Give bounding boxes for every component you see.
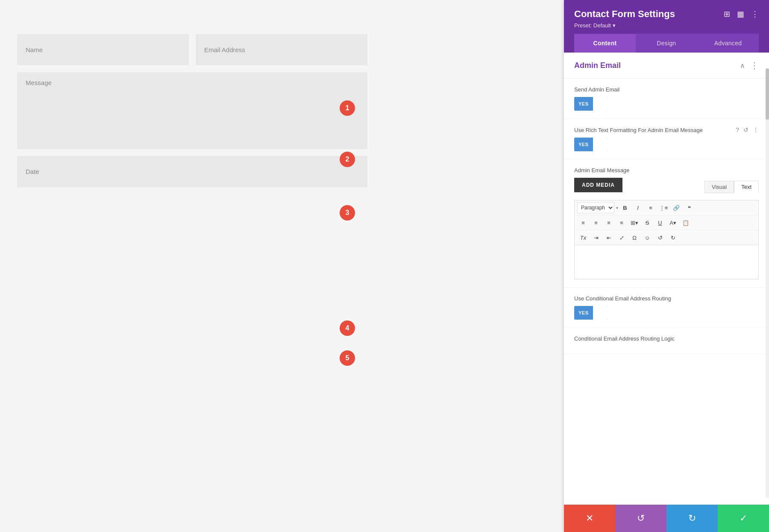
toolbar-row-2: ≡ ≡ ≡ ≡ ⊞▾ S U A▾ 📋 <box>575 215 758 230</box>
columns-icon[interactable]: ▦ <box>737 9 744 19</box>
field-routing-logic: Conditional Email Address Routing Logic <box>564 328 769 354</box>
toggle-yes-conditional: YES <box>574 306 593 320</box>
section-header-actions: ∧ ⋮ <box>740 60 759 71</box>
redo-button[interactable]: ↻ <box>667 232 679 243</box>
ordered-list-button[interactable]: ⋮≡ <box>657 202 669 213</box>
scrollbar-track <box>766 68 769 498</box>
indent-decrease-button[interactable]: ⇤ <box>603 232 615 243</box>
section-header: Admin Email ∧ ⋮ <box>564 53 769 79</box>
panel-footer: ✕ ↺ ↻ ✓ <box>564 505 769 532</box>
more-icon[interactable]: ⋮ <box>751 9 759 19</box>
font-color-button[interactable]: A▾ <box>667 217 679 228</box>
field-send-admin-email: Send Admin Email YES <box>564 79 769 119</box>
editor-tab-text[interactable]: Text <box>734 181 759 193</box>
sync-button[interactable]: ↻ <box>666 505 718 532</box>
paragraph-select[interactable]: Paragraph <box>577 202 614 213</box>
reset-button[interactable]: ↺ <box>615 505 666 532</box>
field-label-send-admin-email: Send Admin Email <box>574 86 759 93</box>
toggle-yes-label: YES <box>574 97 593 111</box>
panel-header: Contact Form Settings ⊞ ▦ ⋮ Preset: Defa… <box>564 0 769 53</box>
field-label-icons: ? ↺ ⋮ <box>736 126 759 133</box>
form-row-name-email: Name Email Address <box>17 34 367 65</box>
blockquote-button[interactable]: ❝ <box>683 202 695 213</box>
italic-button[interactable]: I <box>632 202 644 213</box>
field-menu-icon[interactable]: ⋮ <box>753 126 759 133</box>
panel-preset[interactable]: Preset: Default ▾ <box>574 22 759 29</box>
toggle-no-conditional <box>593 306 608 320</box>
name-field[interactable]: Name <box>17 34 189 65</box>
underline-button[interactable]: U <box>654 217 666 228</box>
field-conditional-routing: Use Conditional Email Address Routing YE… <box>564 288 769 328</box>
special-chars-button[interactable]: Ω <box>628 232 640 243</box>
field-label-routing-logic: Conditional Email Address Routing Logic <box>574 335 759 342</box>
unordered-list-button[interactable]: ≡ <box>645 202 657 213</box>
toggle-send-admin-email[interactable]: YES <box>574 97 608 111</box>
canvas-area: Name Email Address Message Date 1 2 3 4 … <box>0 0 564 532</box>
clear-format-button[interactable]: Tx <box>577 232 589 243</box>
fullscreen-editor-button[interactable]: ⤢ <box>616 232 628 243</box>
panel-header-icons: ⊞ ▦ ⋮ <box>724 9 759 19</box>
editor-tab-visual[interactable]: Visual <box>704 181 734 193</box>
field-admin-email-message: Admin Email Message ADD MEDIA Visual Tex… <box>564 159 769 288</box>
step-badge-4: 4 <box>340 320 355 336</box>
table-button[interactable]: ⊞▾ <box>628 217 640 228</box>
add-media-button[interactable]: ADD MEDIA <box>574 178 622 192</box>
emoji-button[interactable]: ☺ <box>641 232 653 243</box>
step-badge-3: 3 <box>340 205 355 220</box>
scrollbar-thumb[interactable] <box>766 68 769 120</box>
section-menu-icon[interactable]: ⋮ <box>750 60 759 71</box>
align-justify-button[interactable]: ≡ <box>616 217 628 228</box>
indent-increase-button[interactable]: ⇥ <box>590 232 602 243</box>
fullscreen-icon[interactable]: ⊞ <box>724 9 730 19</box>
undo-button[interactable]: ↺ <box>654 232 666 243</box>
toolbar-row-3: Tx ⇥ ⇤ ⤢ Ω ☺ ↺ ↻ <box>575 230 758 245</box>
editor-content[interactable] <box>574 245 759 279</box>
toggle-yes-rich-text: YES <box>574 138 593 151</box>
field-label-rich-text: Use Rich Text Formatting For Admin Email… <box>574 127 703 133</box>
message-field[interactable]: Message <box>17 72 367 149</box>
tab-content[interactable]: Content <box>574 34 636 53</box>
step-badge-5: 5 <box>340 350 355 366</box>
save-button[interactable]: ✓ <box>718 505 769 532</box>
field-rich-text-formatting: Use Rich Text Formatting For Admin Email… <box>564 119 769 159</box>
tab-advanced[interactable]: Advanced <box>697 34 759 53</box>
settings-panel: Contact Form Settings ⊞ ▦ ⋮ Preset: Defa… <box>564 0 769 532</box>
strikethrough-button[interactable]: S <box>641 217 653 228</box>
collapse-icon[interactable]: ∧ <box>740 62 745 70</box>
tab-design[interactable]: Design <box>636 34 697 53</box>
editor-tabs: Visual Text <box>704 181 759 193</box>
step-badge-2: 2 <box>340 152 355 167</box>
editor-toolbar: Paragraph ▾ B I ≡ ⋮≡ 🔗 ❝ ≡ ≡ ≡ ≡ ⊞▾ S <box>574 200 759 245</box>
link-button[interactable]: 🔗 <box>670 202 682 213</box>
toggle-no-area <box>593 97 608 111</box>
section-title: Admin Email <box>574 61 621 70</box>
align-left-button[interactable]: ≡ <box>577 217 589 228</box>
email-field[interactable]: Email Address <box>196 34 367 65</box>
field-label-admin-email-message: Admin Email Message <box>574 167 759 173</box>
align-center-button[interactable]: ≡ <box>590 217 602 228</box>
panel-body: Admin Email ∧ ⋮ Send Admin Email YES Use… <box>564 53 769 532</box>
toolbar-row-1: Paragraph ▾ B I ≡ ⋮≡ 🔗 ❝ <box>575 200 758 215</box>
cancel-button[interactable]: ✕ <box>564 505 615 532</box>
step-badge-1: 1 <box>340 100 355 116</box>
reset-icon[interactable]: ↺ <box>743 126 748 133</box>
form-preview: Name Email Address Message Date <box>17 34 367 187</box>
paste-button[interactable]: 📋 <box>680 217 692 228</box>
panel-title: Contact Form Settings <box>574 9 675 20</box>
help-icon[interactable]: ? <box>736 126 739 133</box>
toggle-rich-text[interactable]: YES <box>574 138 608 151</box>
toggle-no-rich-text <box>593 138 608 151</box>
bold-button[interactable]: B <box>619 202 631 213</box>
panel-tabs: Content Design Advanced <box>574 34 759 53</box>
field-label-row-rich-text: Use Rich Text Formatting For Admin Email… <box>574 126 759 133</box>
align-right-button[interactable]: ≡ <box>603 217 615 228</box>
date-field[interactable]: Date <box>17 156 367 187</box>
field-label-conditional-routing: Use Conditional Email Address Routing <box>574 295 759 302</box>
toggle-conditional-routing[interactable]: YES <box>574 306 608 320</box>
